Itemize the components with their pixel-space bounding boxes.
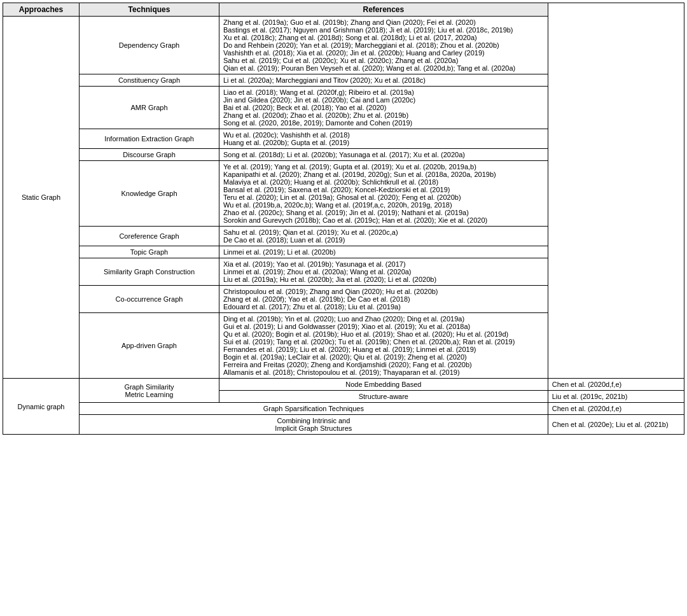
references-cell: Li et al. (2020a); Marcheggiani and Tito… [219, 74, 548, 87]
header-approaches: Approaches [3, 3, 80, 17]
references-cell: Song et al. (2018d); Li et al. (2020b); … [219, 149, 548, 161]
technique-dependency-graph: Dependency Graph [80, 17, 219, 74]
references-combine: Chen et al. (2020e); Liu et al. (2021b) [548, 415, 684, 435]
references-gst: Chen et al. (2020d,f,e) [548, 403, 684, 415]
technique-app-driven-graph: App-driven Graph [80, 313, 219, 379]
header-references: References [219, 3, 548, 17]
header-techniques: Techniques [80, 3, 219, 17]
references-cell: Xia et al. (2019); Yao et al. (2019b); Y… [219, 258, 548, 286]
approach-dynamic-graph: Dynamic graph [3, 379, 80, 435]
references-neb: Chen et al. (2020d,f,e) [548, 379, 684, 391]
technique-constituency-graph: Constituency Graph [80, 74, 219, 87]
references-sa: Liu et al. (2019c, 2021b) [548, 391, 684, 403]
technique-topic-graph: Topic Graph [80, 246, 219, 258]
technique-co-occurrence-graph: Co-occurrence Graph [80, 286, 219, 313]
references-cell: Liao et al. (2018); Wang et al. (2020f,g… [219, 87, 548, 129]
technique-amr-graph: AMR Graph [80, 87, 219, 129]
technique-knowledge-graph: Knowledge Graph [80, 161, 219, 227]
table-container: Approaches Techniques References Static … [0, 0, 687, 437]
references-cell: Zhang et al. (2019a); Guo et al. (2019b)… [219, 17, 548, 74]
main-table: Approaches Techniques References Static … [3, 3, 684, 435]
references-cell: Wu et al. (2020c); Vashishth et al. (201… [219, 129, 548, 149]
technique-graph-similarity-metric-learning: Graph SimilarityMetric Learning [80, 379, 219, 403]
references-cell: Sahu et al. (2019); Qian et al. (2019); … [219, 227, 548, 246]
technique-combining-intrinsic: Combining Intrinsic andImplicit Graph St… [80, 415, 548, 435]
technique-graph-sparsification: Graph Sparsification Techniques [80, 403, 548, 415]
technique-information-extraction-graph: Information Extraction Graph [80, 129, 219, 149]
references-cell: Ding et al. (2019b); Yin et al. (2020); … [219, 313, 548, 379]
technique-similarity-graph-construction: Similarity Graph Construction [80, 258, 219, 286]
references-cell: Ye et al. (2019); Yang et al. (2019); Gu… [219, 161, 548, 227]
technique-discourse-graph: Discourse Graph [80, 149, 219, 161]
sub-technique-node-embedding: Node Embedding Based [219, 379, 548, 391]
technique-coreference-graph: Coreference Graph [80, 227, 219, 246]
references-cell: Linmei et al. (2019); Li et al. (2020b) [219, 246, 548, 258]
approach-static-graph: Static Graph [3, 17, 80, 379]
sub-technique-structure-aware: Structure-aware [219, 391, 548, 403]
references-cell: Christopoulou et al. (2019); Zhang and Q… [219, 286, 548, 313]
